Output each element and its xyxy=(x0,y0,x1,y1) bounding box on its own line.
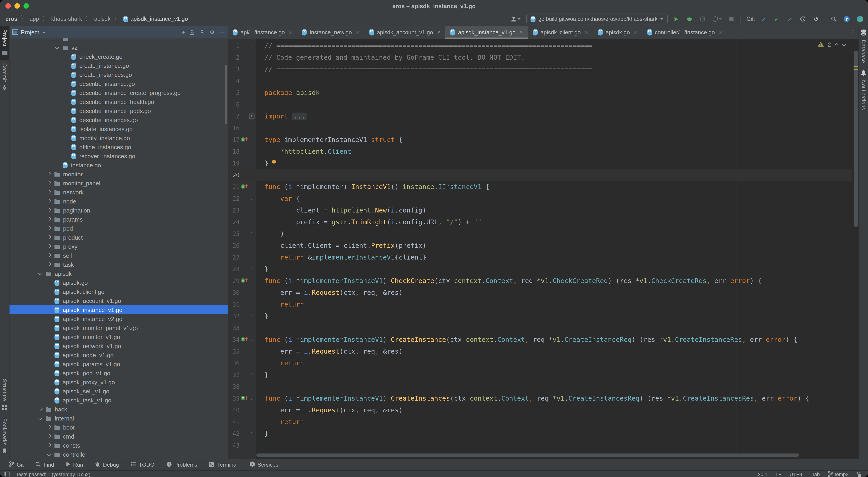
fold-start-icon[interactable]: ⌄ xyxy=(250,395,254,400)
fold-end-icon[interactable]: ⌃ xyxy=(250,314,254,319)
tree-item-file[interactable]: recover_instances.go xyxy=(9,151,228,160)
gear-icon[interactable]: ⚙ xyxy=(210,29,215,35)
dock-item-git[interactable]: Git xyxy=(9,461,24,469)
dock-item-services[interactable]: Services xyxy=(249,461,278,469)
window-layout-icon[interactable] xyxy=(4,471,9,477)
dock-item-find[interactable]: Find xyxy=(35,461,54,468)
stop-button[interactable] xyxy=(727,14,736,24)
inspections-widget[interactable]: 2 xyxy=(818,41,846,48)
code-line[interactable]: 25⌃ ) xyxy=(228,228,859,240)
run-configuration-select[interactable]: go build git.woa.com/khaos/eros/app/khao… xyxy=(526,13,668,24)
code-line[interactable]: 22⌄ var ( xyxy=(228,192,859,204)
ide-services-button[interactable] xyxy=(855,14,864,24)
fold-start-icon[interactable]: ⌄ xyxy=(250,278,254,283)
breadcrumb-file[interactable]: apisdk_instance_v1.go xyxy=(123,16,188,22)
implements-gutter-icon[interactable] xyxy=(241,183,248,191)
code-line[interactable]: 43 xyxy=(228,440,859,451)
code-line[interactable]: 37⌃} xyxy=(228,369,859,381)
code-line[interactable]: 1⌄// ===================================… xyxy=(228,40,859,52)
breadcrumb-item[interactable]: eros xyxy=(5,16,18,22)
tree-collapsed-chevron[interactable] xyxy=(47,217,51,221)
code-line[interactable]: 4 xyxy=(228,75,859,87)
tree-item-file[interactable]: apisdk_sell_v1.go xyxy=(9,387,228,396)
tree-item-folder[interactable]: cmd xyxy=(9,432,228,441)
tree-collapsed-chevron[interactable] xyxy=(47,181,51,185)
tree-collapsed-chevron[interactable] xyxy=(47,425,51,429)
code-line[interactable]: 32⌃} xyxy=(228,310,859,322)
tree-item-folder[interactable]: apisdk xyxy=(9,269,228,278)
status-git-branch[interactable]: temp2 xyxy=(828,471,848,477)
tree-item-file[interactable]: apisdk_account_v1.go xyxy=(9,296,228,305)
tree-item-file[interactable]: describe_instance_create_progress.go xyxy=(9,88,228,97)
code-line[interactable]: 16 xyxy=(228,122,859,134)
next-problem-icon[interactable] xyxy=(843,43,846,47)
tree-item-folder[interactable]: network xyxy=(9,188,228,197)
user-profile-button[interactable] xyxy=(509,14,522,24)
tree-item-file[interactable]: apisdk_node_v1.go xyxy=(9,350,228,359)
tree-item-file[interactable]: apisdk_pod_v1.go xyxy=(9,368,228,378)
editor-tab[interactable]: api/.../instance.go✕ xyxy=(228,26,297,39)
editor-tab[interactable]: instance_new.go✕ xyxy=(297,26,364,39)
code-line[interactable]: 38 xyxy=(228,381,859,392)
status-readonly-toggle[interactable] xyxy=(857,471,862,477)
fold-end-icon[interactable]: ⌃ xyxy=(250,67,254,72)
code-line[interactable]: 21⌄func (i *implementer) InstanceV1() in… xyxy=(228,181,859,192)
tree-item-file[interactable]: apisdk_params_v1.go xyxy=(9,359,228,368)
code-line[interactable]: 26 client.Client = client.Prefix(prefix) xyxy=(228,240,859,251)
code-line[interactable]: 17⌄type implementerInstanceV1 struct { xyxy=(228,134,859,146)
tree-expanded-chevron[interactable] xyxy=(55,46,59,50)
editor-tab[interactable]: apisdk_instance_v1.go✕ xyxy=(445,26,528,39)
tree-item-folder[interactable]: task xyxy=(9,260,228,269)
tree-item-folder[interactable]: hack xyxy=(9,405,228,414)
tab-options-kebab-icon[interactable]: ⋮ xyxy=(845,26,859,39)
tree-item-folder[interactable]: v2 xyxy=(9,43,228,52)
dock-item-terminal[interactable]: Terminal xyxy=(209,461,238,468)
breadcrumb-item[interactable]: app xyxy=(30,16,39,22)
code-line[interactable]: 34⌄func (i *implementerInstanceV1) Creat… xyxy=(228,334,859,346)
tree-item-folder[interactable]: pagination xyxy=(9,206,228,215)
hide-panel-icon[interactable]: — xyxy=(219,29,225,35)
fold-start-icon[interactable]: ⌄ xyxy=(250,337,254,341)
tree-collapsed-chevron[interactable] xyxy=(47,434,51,438)
code-line[interactable]: 24 prefix = gstr.TrimRight(i.config.URL,… xyxy=(228,216,859,228)
tree-collapsed-chevron[interactable] xyxy=(47,254,51,258)
intention-bulb-icon[interactable] xyxy=(272,159,276,166)
tree-expanded-chevron[interactable] xyxy=(38,416,42,420)
tree-collapsed-chevron[interactable] xyxy=(47,244,51,248)
tree-item-folder[interactable]: pod xyxy=(9,224,228,233)
tree-item-file[interactable]: apisdk_monitor_panel_v1.go xyxy=(9,323,228,332)
tree-item-file[interactable]: isolate_instances.go xyxy=(9,124,228,133)
debug-button[interactable] xyxy=(685,14,694,24)
tree-item-folder[interactable]: params xyxy=(9,215,228,224)
status-file-encoding[interactable]: UTF-8 xyxy=(789,471,804,477)
code-line[interactable]: 18 *httpclient.Client xyxy=(228,146,859,157)
dock-item-debug[interactable]: Debug xyxy=(95,461,119,468)
tree-collapsed-chevron[interactable] xyxy=(47,172,51,176)
git-push-button[interactable]: ↗ xyxy=(785,14,794,24)
tree-item-folder[interactable] xyxy=(9,38,228,43)
fold-expand-icon[interactable]: + xyxy=(249,114,254,119)
tree-item-folder[interactable]: consts xyxy=(9,441,228,450)
tree-item-file[interactable]: apisdk_monitor_v1.go xyxy=(9,332,228,341)
tree-item-file[interactable]: apisdk_instance_v1.go xyxy=(9,305,228,314)
git-update-button[interactable]: ↙ xyxy=(759,14,768,24)
breadcrumb-item[interactable]: apisdk xyxy=(94,16,111,22)
tree-item-file[interactable]: describe_instance_health.go xyxy=(9,97,228,106)
tree-item-file[interactable]: offline_instances.go xyxy=(9,142,228,151)
tool-stripe-notifications[interactable]: Notifications xyxy=(861,66,866,113)
fold-end-icon[interactable]: ⌃ xyxy=(250,431,254,436)
coverage-button[interactable] xyxy=(711,14,723,24)
close-tab-icon[interactable]: ✕ xyxy=(437,29,441,35)
code-line[interactable]: 33 xyxy=(228,322,859,334)
tree-collapsed-chevron[interactable] xyxy=(47,235,51,239)
code-line[interactable]: 40 err = i.Request(ctx, req, &res) xyxy=(228,404,859,416)
tree-item-folder[interactable]: internal xyxy=(9,414,228,423)
git-commit-button[interactable]: ✓ xyxy=(772,14,781,24)
tree-item-file[interactable]: check_create.go xyxy=(9,52,228,61)
locate-file-icon[interactable]: ⌖ xyxy=(182,29,185,35)
dock-item-problems[interactable]: Problems xyxy=(166,461,197,468)
fold-start-icon[interactable]: ⌄ xyxy=(250,196,254,201)
tree-item-file[interactable]: create_instances.go xyxy=(9,70,228,79)
tool-stripe-database[interactable]: Database xyxy=(861,26,866,66)
code-line[interactable]: 2// Code generated and maintained by GoF… xyxy=(228,52,859,63)
